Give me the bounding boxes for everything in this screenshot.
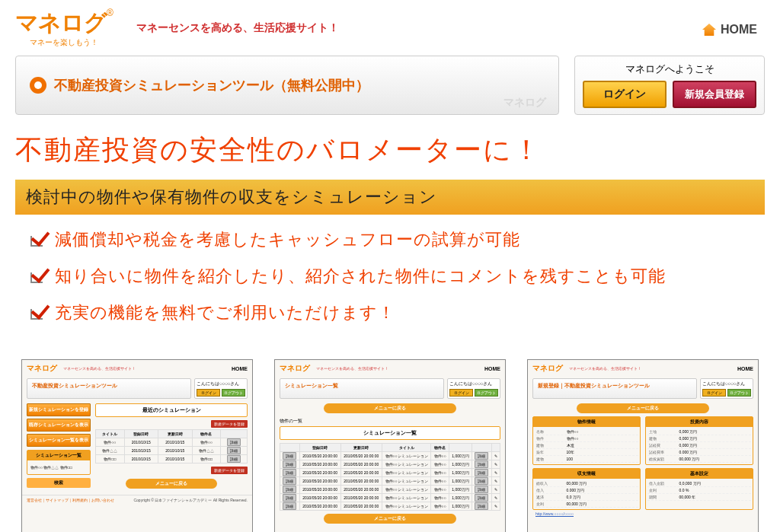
thumb-logo: マネログ xyxy=(532,363,563,374)
logo-area[interactable]: マネログ ® マネーを楽しもう！ マネーセンスを高める、生活応援サイト！ xyxy=(15,8,339,48)
thumb-hello: こんにちは○○○○さん xyxy=(702,381,751,387)
thumb-bar: シミュレーション一覧 xyxy=(280,378,444,399)
login-box: マネログへようこそ ログイン 新規会員登録 xyxy=(574,56,765,115)
login-button[interactable]: ログイン xyxy=(583,81,667,108)
thumb-infobox-h: 投資内容 xyxy=(646,417,753,427)
thumb-infobox-h: 基本設定 xyxy=(646,469,753,479)
thumb-side-btn: シミュレーション一覧を表示 xyxy=(27,434,91,447)
login-welcome: マネログへようこそ xyxy=(583,62,756,76)
register-button[interactable]: 新規会員登録 xyxy=(673,81,756,108)
feature-text: 減価償却や税金を考慮したキャッシュフローの試算が可能 xyxy=(55,228,520,251)
thumb-infobox: 収支情報 総収入00,000 万円 借入0.000 万円 返済0,0 万円 金利… xyxy=(532,468,641,510)
feature-text: 知り合いに物件を紹介したり、紹介された物件にコメントを残すことも可能 xyxy=(55,265,666,288)
site-tagline: マネーセンスを高める、生活応援サイト！ xyxy=(136,21,339,35)
tool-banner[interactable]: 不動産投資シミュレーションツール（無料公開中） マネログ xyxy=(15,56,559,115)
thumb-hello: こんにちは○○○○さん xyxy=(197,381,245,387)
thumb-footer-copy: Copyright © 日本ファイナンシャルアカデミー All Rights R… xyxy=(133,498,248,502)
thumb-infobox-h: 物件情報 xyxy=(533,417,640,427)
sub-banner: 検討中の物件や保有物件の収支をシミュレーション xyxy=(15,180,765,215)
thumb-pill: メニューに戻る xyxy=(324,403,456,413)
thumb-login-btn: ログイン xyxy=(449,389,473,397)
thumb-side-btn: 新規シミュレーションを登録 xyxy=(27,403,91,416)
feature-text: 充実の機能を無料でご利用いただけます！ xyxy=(55,301,395,324)
check-icon xyxy=(30,269,46,283)
thumb-table: 登録日時更新日時タイトル物件名 詳細2010/05/20 20:00:00201… xyxy=(280,443,500,511)
check-icon xyxy=(30,306,46,320)
feature-item: 充実の機能を無料でご利用いただけます！ xyxy=(30,301,750,324)
thumb-login-btn: ログイン xyxy=(197,389,220,397)
thumb-login-box: こんにちは○○○○さん ログイン ログアウト xyxy=(447,378,500,399)
thumb-hello: こんにちは○○○○さん xyxy=(449,381,498,387)
thumb-grid: 収支情報 総収入00,000 万円 借入0.000 万円 返済0,0 万円 金利… xyxy=(532,468,753,510)
thumbnail-3[interactable]: マネログ マネーセンスを高める、生活応援サイト！ HOME 新規登録｜不動産投資… xyxy=(527,359,759,532)
thumb-main-h: シミュレーション一覧 xyxy=(280,426,500,440)
thumb-infobox: 投資内容 土地0,000 万円 建物0,000 万円 諸経費0,000 万円 諸… xyxy=(645,416,753,465)
gear-icon xyxy=(30,77,46,94)
thumb-main: 最近のシミュレーション 新規データを登録 タイトル登録日時更新日時物件名 物件○… xyxy=(95,403,248,492)
thumbnail-2[interactable]: マネログ マネーセンスを高める、生活応援サイト！ HOME シミュレーション一覧… xyxy=(274,359,506,532)
thumb-tagline: マネーセンスを高める、生活応援サイト！ xyxy=(316,366,388,371)
thumb-link: http://www.○○○○/○○○○ xyxy=(532,510,753,518)
thumb-side-box-h: シミュレーション一覧 xyxy=(27,451,90,460)
thumb-logout-btn: ログアウト xyxy=(222,389,245,397)
thumb-footer-links: 運営会社｜サイトマップ｜利用規約｜お問い合わせ xyxy=(27,498,114,502)
thumb-pill: メニューに戻る xyxy=(126,479,217,489)
logo-text: マネログ xyxy=(15,8,107,39)
thumbnail-row: マネログ マネーセンスを高める、生活応援サイト！ HOME 不動産投資シミュレー… xyxy=(0,344,780,532)
logo-subtitle: マネーを楽しもう！ xyxy=(15,37,113,48)
home-icon xyxy=(702,24,716,36)
thumb-pill: メニューに戻る xyxy=(324,514,456,524)
thumb-pill: メニューに戻る xyxy=(577,403,709,413)
login-buttons: ログイン 新規会員登録 xyxy=(583,81,756,108)
thumb-tagline: マネーセンスを高める、生活応援サイト！ xyxy=(63,366,136,371)
home-link[interactable]: HOME xyxy=(702,23,757,37)
thumb-logout-btn: ログアウト xyxy=(475,389,498,397)
feature-item: 知り合いに物件を紹介したり、紹介された物件にコメントを残すことも可能 xyxy=(30,265,750,288)
thumb-infobox: 基本設定 借入金額0,0,000 万円 金利0.0 % 期間00,000 年 xyxy=(645,468,753,510)
thumb-logo: マネログ xyxy=(27,363,57,374)
thumbnail-1[interactable]: マネログ マネーセンスを高める、生活応援サイト！ HOME 不動産投資シミュレー… xyxy=(21,359,253,532)
tool-banner-text: 不動産投資シミュレーションツール（無料公開中） xyxy=(54,76,369,94)
thumb-action: 新規データを登録 xyxy=(211,467,248,474)
feature-item: 減価償却や税金を考慮したキャッシュフローの試算が可能 xyxy=(30,228,750,251)
thumb-infobox-h: 収支情報 xyxy=(533,469,640,479)
thumb-home: HOME xyxy=(232,366,248,371)
thumb-tagline: マネーセンスを高める、生活応援サイト！ xyxy=(569,366,641,371)
thumb-login-box: こんにちは○○○○さん ログイン ログアウト xyxy=(700,378,753,399)
thumb-login-box: こんにちは○○○○さん ログイン ログアウト xyxy=(194,378,248,399)
thumb-logout-btn: ログアウト xyxy=(727,389,751,397)
thumb-grid: 物件情報 名称物件○○ 物件物件○○ 建物木造 築年10年 建物100 投資内容… xyxy=(532,416,753,465)
home-label: HOME xyxy=(721,23,757,37)
thumb-bar: 不動産投資シミュレーションツール xyxy=(27,378,191,399)
thumb-search: 検索 xyxy=(27,478,91,488)
thumb-login-btn: ログイン xyxy=(702,389,726,397)
thumb-side-btn: 既存シミュレーションを表示 xyxy=(27,419,91,432)
main-row: 不動産投資シミュレーションツール（無料公開中） マネログ マネログへようこそ ロ… xyxy=(0,48,780,123)
thumb-sidebar: 新規シミュレーションを登録 既存シミュレーションを表示 シミュレーション一覧を表… xyxy=(27,403,91,492)
thumb-logo: マネログ xyxy=(280,363,310,374)
thumb-main-h: 最近のシミュレーション xyxy=(95,403,248,417)
thumb-home: HOME xyxy=(484,366,500,371)
thumb-footer: 運営会社｜サイトマップ｜利用規約｜お問い合わせ Copyright © 日本ファ… xyxy=(22,495,252,505)
thumb-search-label: 物件の一覧 xyxy=(280,416,500,426)
thumb-action: 新規データを登録 xyxy=(211,420,248,428)
page-headline: 不動産投資の安全性のバロメーターに！ xyxy=(0,123,780,180)
thumb-bar: 新規登録｜不動産投資シミュレーションツール xyxy=(532,378,697,399)
tool-banner-brand: マネログ xyxy=(503,96,546,110)
thumb-infobox: 物件情報 名称物件○○ 物件物件○○ 建物木造 築年10年 建物100 xyxy=(532,416,641,465)
thumb-home: HOME xyxy=(737,366,753,371)
feature-list: 減価償却や税金を考慮したキャッシュフローの試算が可能 知り合いに物件を紹介したり… xyxy=(0,215,780,344)
thumb-side-box-b: 物件○○ 物件△△ 物件□□ xyxy=(27,460,90,474)
site-header: マネログ ® マネーを楽しもう！ マネーセンスを高める、生活応援サイト！ HOM… xyxy=(0,0,780,48)
thumb-table: タイトル登録日時更新日時物件名 物件○○2010/10/152010/10/15… xyxy=(95,429,248,464)
check-icon xyxy=(30,233,46,247)
registered-mark: ® xyxy=(107,8,113,18)
